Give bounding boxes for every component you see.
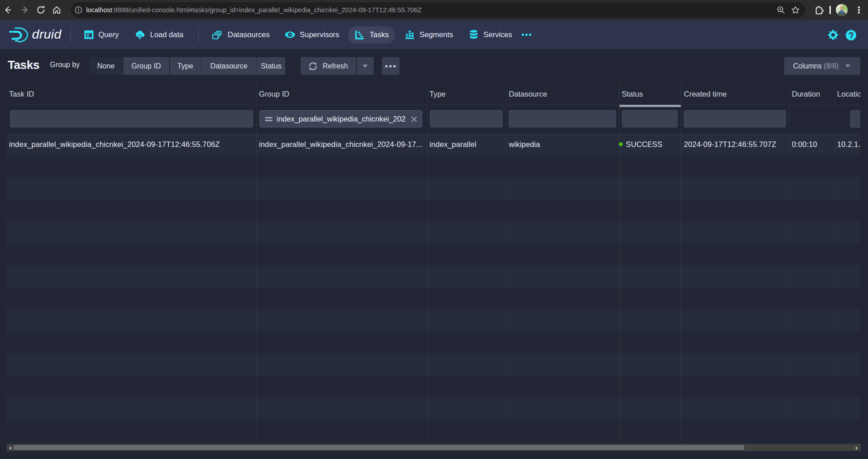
svg-text:druid: druid [32,27,62,41]
